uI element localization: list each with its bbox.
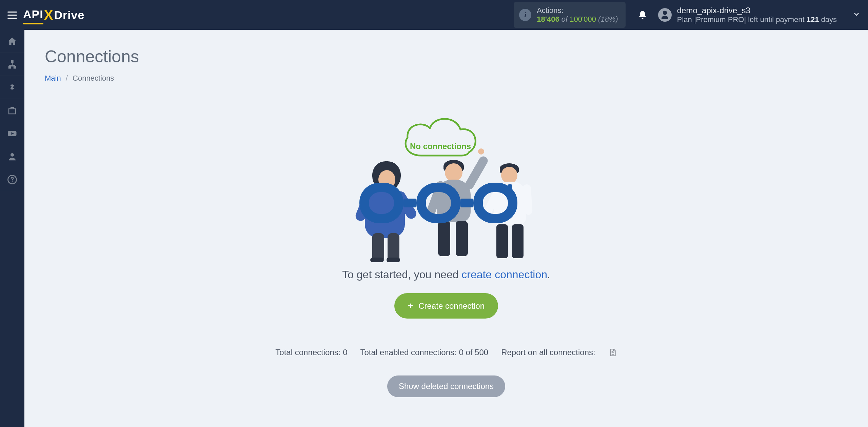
svg-point-1 xyxy=(11,153,14,157)
sidebar-item-connections[interactable] xyxy=(0,53,24,76)
account-name: demo_apix-drive_s3 xyxy=(677,6,837,15)
sidebar-item-video[interactable] xyxy=(0,122,24,145)
main-content: Connections Main / Connections No connec… xyxy=(24,30,868,427)
brand-text-drive: Drive xyxy=(54,8,84,22)
bell-icon xyxy=(638,10,647,20)
report-file-icon[interactable] xyxy=(608,348,617,357)
account-menu[interactable]: demo_apix-drive_s3 Plan |Premium PRO| le… xyxy=(658,6,861,24)
brand-x-icon: X xyxy=(44,7,54,23)
report-connections: Report on all connections: xyxy=(501,348,595,357)
dollar-icon xyxy=(7,82,17,93)
sidebar xyxy=(0,30,24,427)
show-deleted-button-label: Show deleted connections xyxy=(399,382,494,391)
account-text: demo_apix-drive_s3 Plan |Premium PRO| le… xyxy=(677,6,837,24)
connection-stats: Total connections: 0 Total enabled conne… xyxy=(275,348,617,357)
youtube-icon xyxy=(7,128,17,139)
sidebar-item-account[interactable] xyxy=(0,145,24,168)
user-icon xyxy=(7,151,17,162)
notifications-button[interactable] xyxy=(636,10,649,20)
sidebar-item-payments[interactable] xyxy=(0,76,24,99)
empty-illustration: No connections xyxy=(351,113,541,262)
enabled-connections: Total enabled connections: 0 of 500 xyxy=(360,348,489,357)
plus-icon: + xyxy=(408,301,413,311)
show-deleted-button[interactable]: Show deleted connections xyxy=(387,375,505,397)
actions-label: Actions: xyxy=(537,6,618,15)
breadcrumb-current: Connections xyxy=(73,74,114,82)
sitemap-icon xyxy=(7,59,17,69)
create-connection-link[interactable]: create connection xyxy=(461,268,547,281)
info-icon: i xyxy=(519,9,531,21)
briefcase-icon xyxy=(7,105,17,116)
brand-logo[interactable]: API X Drive xyxy=(23,7,84,23)
account-plan: Plan |Premium PRO| left until payment 12… xyxy=(677,15,837,24)
create-connection-button[interactable]: + Create connection xyxy=(394,293,498,319)
actions-counts: 18'406 of 100'000 (18%) xyxy=(537,15,618,24)
empty-lead-text: To get started, you need create connecti… xyxy=(342,268,550,281)
create-connection-button-label: Create connection xyxy=(418,301,485,311)
chain-icon xyxy=(359,183,517,223)
brand-text-api: API xyxy=(23,8,43,22)
sidebar-item-tools[interactable] xyxy=(0,99,24,122)
breadcrumb: Main / Connections xyxy=(45,74,848,83)
page-title: Connections xyxy=(45,47,848,66)
actions-usage-box[interactable]: i Actions: 18'406 of 100'000 (18%) xyxy=(514,2,625,28)
avatar-icon xyxy=(658,8,672,22)
menu-toggle-button[interactable] xyxy=(7,9,19,21)
breadcrumb-main-link[interactable]: Main xyxy=(45,74,61,82)
help-icon xyxy=(7,175,17,185)
total-connections: Total connections: 0 xyxy=(275,348,347,357)
top-header: API X Drive i Actions: 18'406 of 100'000… xyxy=(0,0,868,30)
chevron-down-icon xyxy=(852,10,861,20)
sidebar-item-home[interactable] xyxy=(0,30,24,53)
sidebar-item-help[interactable] xyxy=(0,168,24,191)
home-icon xyxy=(7,36,17,46)
breadcrumb-separator: / xyxy=(66,74,68,82)
